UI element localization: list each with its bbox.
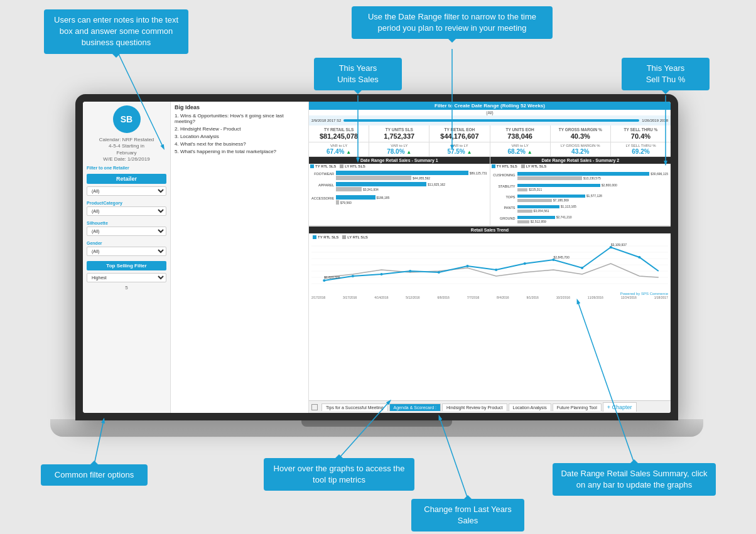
kpi2-units-value: 78.0% ▲: [372, 148, 426, 155]
date-slider-track[interactable]: [343, 119, 639, 122]
callout-common-filter: Common filter options: [41, 464, 148, 486]
kpi2-sell-thru: LY SELL THRU % 69.2%: [611, 142, 671, 156]
tab-agenda[interactable]: Agenda & Scorecard :: [389, 403, 441, 411]
top-selling-btn[interactable]: Top Selling Filter: [87, 261, 166, 270]
tab-checkbox[interactable]: [311, 404, 318, 410]
top-selling-dropdown[interactable]: Highest: [87, 273, 166, 282]
bar-row-pants[interactable]: PANTS $1,113,165: [493, 203, 669, 212]
svg-point-8: [352, 275, 354, 277]
kpi2-sell-thru-label: LY SELL THRU %: [613, 144, 668, 147]
kpi2-sell-thru-value: 69.2%: [613, 148, 668, 155]
kpi2-retail: VAR to LY 67.4% ▲: [309, 142, 369, 156]
bar-row-accessories[interactable]: ACCESSORIES $186,185: [311, 193, 487, 204]
trend-legend-ly: LY RTL SLS: [342, 235, 367, 239]
trend-panel: Retail Sales Trend TY RTL SLS LY RTL SLS: [309, 226, 671, 400]
svg-text:$2,845,700: $2,845,700: [553, 255, 569, 259]
svg-point-13: [495, 269, 497, 271]
silhouette-dropdown[interactable]: (All): [87, 227, 166, 236]
question-4: 4. What's next for the business?: [175, 141, 305, 147]
summary-chart-2: Date Range Retail Sales - Summary 2 TY R…: [490, 157, 671, 225]
retailer-box[interactable]: Retailer: [87, 174, 166, 184]
product-category-label: ProductCategory: [87, 201, 166, 205]
kpi-sell-thru-value: 70.4%: [613, 132, 668, 140]
kpi2-retail-label: VAR to LY: [311, 144, 366, 147]
kpi2-units-eoh-label: VAR to LY: [493, 144, 548, 147]
svg-point-14: [524, 262, 526, 265]
date-start-label: 2/9/2018 2017 S2: [311, 119, 341, 122]
left-notes: Big Ideas 1. Wins & Opportunities: How's…: [171, 102, 309, 413]
kpi2-units-label: VAR to LY: [372, 144, 426, 147]
kpi-units-sls: TY UNITS SLS 1,752,337: [369, 125, 429, 142]
calendar-info: Calendar: NRF Restated4-5-4 Starting inF…: [87, 137, 166, 163]
svg-text:$3,109,937: $3,109,937: [611, 243, 627, 247]
question-3: 3. Location Analysis: [175, 134, 305, 139]
kpi-retail-eoh-label: TY RETAIL EOH: [432, 127, 487, 132]
tab-location[interactable]: Location Analysis: [509, 403, 551, 411]
tab-hindsight[interactable]: Hindsight Review by Product: [442, 403, 507, 411]
callout-top-left: Users can enter notes into the text box …: [44, 9, 188, 54]
date-slider-row[interactable]: 2/9/2018 2017 S2 1/26/2019 2018: [309, 115, 671, 125]
kpi-units-sls-label: TY UNITS SLS: [372, 127, 426, 132]
summary-2-header: Date Range Retail Sales - Summary 2: [490, 157, 671, 164]
sidebar: SB Calendar: NRF Restated4-5-4 Starting …: [83, 102, 171, 413]
charts-row: Date Range Retail Sales - Summary 1 TY R…: [309, 157, 671, 226]
kpi-sell-thru-label: TY SELL THRU %: [613, 127, 668, 132]
bar-row-cushioning[interactable]: CUSHIONING $30,696,115: [493, 170, 669, 180]
callout-sell-thu: This YearsSell Thu %: [622, 58, 710, 90]
tab-future[interactable]: Future Planning Tool: [553, 403, 602, 411]
bar-row-tops[interactable]: TOPS $1,577,128: [493, 193, 669, 201]
kpi-units-sls-value: 1,752,337: [372, 132, 426, 140]
dashboard: SB Calendar: NRF Restated4-5-4 Starting …: [83, 102, 671, 413]
svg-point-9: [381, 273, 383, 275]
bar-row-ground[interactable]: GROUND $2,741,210: [493, 214, 669, 223]
trend-legend-ty: TY RTL SLS: [313, 235, 338, 239]
content-split: Big Ideas 1. Wins & Opportunities: How's…: [171, 102, 671, 413]
kpi-retail-eoh: TY RETAIL EOH $44,176,607: [429, 125, 490, 142]
trend-header: Retail Sales Trend: [309, 227, 671, 233]
date-end-label: 1/26/2019 2018: [642, 119, 668, 122]
kpi2-retail-eoh: VAR to LY 57.5% ▲: [429, 142, 490, 156]
callout-units-sales: This YearsUnits Sales: [314, 58, 402, 90]
kpi-retail-eoh-value: $44,176,607: [432, 132, 487, 140]
kpi2-units-eoh: VAR to LY 68.2% ▲: [490, 142, 551, 156]
svg-point-10: [409, 270, 411, 272]
x-axis-labels: 2/17/2016 3/17/2016 4/14/2016 5/12/2016 …: [311, 296, 668, 299]
kpi2-retail-eoh-label: VAR to LY: [432, 144, 487, 147]
question-1: 1. Wins & Opportunities: How's it going …: [175, 113, 305, 124]
kpi-units-eoh-label: TY UNITS EOH: [493, 127, 548, 132]
kpi-row-2: VAR to LY 67.4% ▲ VAR to LY 78.0% ▲ VAR …: [309, 142, 671, 157]
tab-tips[interactable]: Tips for a Successful Meeting: [321, 403, 388, 411]
bar-row-apparel[interactable]: APPAREL $11,825,162: [311, 179, 487, 191]
date-filter-all: (All): [309, 110, 671, 115]
tab-add[interactable]: + Chapter: [603, 402, 637, 412]
legend-ty-2: TY RTL SLS: [492, 164, 517, 168]
summary-1-legend: TY RTL SLS LY RTL SLS: [309, 164, 490, 169]
kpi2-gross-margin-value: 43.2%: [553, 148, 608, 155]
retailer-section: Retailer (All): [87, 174, 166, 198]
svg-point-16: [581, 267, 583, 269]
summary-chart-1: Date Range Retail Sales - Summary 1 TY R…: [309, 157, 490, 225]
kpi-retail-sls-value: $81,245,078: [311, 132, 366, 140]
tab-bar: Tips for a Successful Meeting Agenda & S…: [309, 400, 671, 413]
kpi2-retail-eoh-value: 57.5% ▲: [432, 148, 487, 155]
legend-ly: LY RTL SLS: [340, 164, 365, 168]
bar-row-stability[interactable]: STABILITY $2,800,000: [493, 182, 669, 191]
silhouette-label: Silhouette: [87, 221, 166, 225]
gender-label: Gender: [87, 241, 166, 245]
kpi-units-eoh: TY UNITS EOH 738,046: [490, 125, 551, 142]
bar-row-footwear[interactable]: FOOTWEAR $89,125,731: [311, 170, 487, 178]
retailer-dropdown[interactable]: (All): [87, 186, 166, 196]
kpi-units-eoh-value: 738,046: [493, 132, 548, 140]
gender-dropdown[interactable]: (All): [87, 247, 166, 256]
summary-2-body: CUSHIONING $30,696,115: [490, 169, 671, 225]
product-category-dropdown[interactable]: (All): [87, 206, 166, 216]
kpi2-gross-margin: LY GROSS MARGIN % 43.2%: [551, 142, 611, 156]
svg-point-12: [466, 265, 468, 267]
kpi2-retail-value: 67.4% ▲: [311, 148, 366, 155]
kpi-gross-margin: TY GROSS MARGIN % 40.3%: [551, 125, 611, 142]
right-dashboard: Filter to Create Date Range (Rolling 52 …: [309, 102, 671, 413]
legend-ly-2: LY RTL SLS: [521, 164, 546, 168]
notes-title: Big Ideas: [175, 104, 305, 110]
trend-legend: TY RTL SLS LY RTL SLS: [311, 235, 668, 240]
callout-change-sales: Change from Last Years Sales: [411, 499, 524, 531]
